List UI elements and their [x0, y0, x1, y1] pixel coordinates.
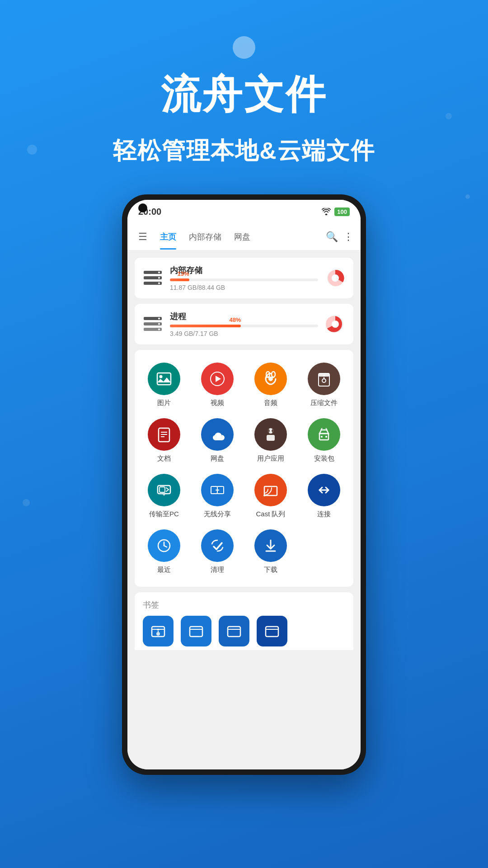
battery-icon: 100 — [334, 208, 350, 216]
cast-icon-circle — [254, 474, 287, 506]
internal-storage-info: 内部存储 13% 11.87 GB/88.44 GB — [170, 265, 318, 291]
connect-label: 连接 — [317, 510, 331, 519]
transfer-pc-icon-circle — [148, 474, 180, 506]
pictures-icon-circle — [148, 363, 180, 395]
process-bar: 48% — [170, 325, 241, 327]
internal-storage-card[interactable]: 内部存储 13% 11.87 GB/88.44 GB — [135, 258, 353, 298]
svg-point-11 — [158, 318, 160, 320]
cast-label: Cast 队列 — [256, 510, 285, 519]
process-bar-wrapper: 48% — [170, 325, 318, 327]
apk-icon-circle — [308, 418, 340, 451]
bookmark-item-3[interactable] — [219, 616, 249, 646]
svg-point-22 — [272, 372, 275, 377]
svg-point-15 — [332, 321, 339, 328]
svg-point-51 — [216, 489, 218, 491]
bg-dot-bottomleft — [23, 499, 30, 506]
process-name: 进程 — [170, 311, 318, 322]
connect-icon-circle — [308, 474, 340, 506]
download-label: 下载 — [264, 566, 277, 574]
apps-label: 用户应用 — [257, 454, 284, 463]
icon-audio[interactable]: 音频 — [246, 359, 296, 411]
icon-connect[interactable]: 连接 — [299, 470, 349, 522]
archive-label: 压缩文件 — [310, 399, 338, 407]
more-icon[interactable]: ⋮ — [343, 231, 353, 243]
icon-apk[interactable]: 安装包 — [299, 415, 349, 467]
bookmark-item-1[interactable] — [143, 616, 174, 646]
icon-clean[interactable]: 清理 — [192, 526, 242, 578]
tab-bar: ☰ 主页 内部存储 网盘 🔍 ⋮ — [127, 223, 361, 250]
tab-home[interactable]: 主页 — [155, 228, 182, 246]
icons-section: 图片 视频 — [135, 350, 353, 587]
tab-internal-storage[interactable]: 内部存储 — [183, 228, 227, 246]
bookmark-row — [143, 616, 345, 646]
video-icon-circle — [201, 363, 234, 395]
process-card[interactable]: 进程 48% 3.49 GB/7.17 GB — [135, 304, 353, 344]
archive-icon-circle — [308, 363, 340, 395]
icon-cloud[interactable]: 网盘 — [192, 415, 242, 467]
internal-storage-percent: 13% — [178, 270, 189, 277]
cloud-icon-circle — [201, 418, 234, 451]
recent-icon-circle — [148, 529, 180, 562]
phone-frame: 20:00 100 ☰ 主页 内部存储 — [122, 194, 366, 775]
svg-rect-64 — [228, 627, 240, 637]
svg-point-12 — [158, 323, 160, 325]
svg-point-41 — [325, 436, 327, 438]
tab-cloud[interactable]: 网盘 — [229, 228, 256, 246]
svg-rect-47 — [160, 487, 165, 492]
svg-line-56 — [164, 546, 167, 547]
audio-icon-circle — [254, 363, 287, 395]
icon-apps[interactable]: 用户应用 — [246, 415, 296, 467]
header-section: 流舟文件 轻松管理本地&云端文件 — [0, 0, 488, 167]
apk-label: 安装包 — [314, 454, 334, 463]
bookmark-item-2[interactable] — [181, 616, 211, 646]
internal-storage-icon — [143, 268, 163, 288]
bookmarks-label: 书签 — [143, 599, 345, 610]
bg-dot-midright — [465, 194, 470, 199]
search-icon[interactable]: 🔍 — [326, 231, 338, 243]
process-percent: 48% — [229, 316, 241, 323]
svg-point-26 — [322, 379, 326, 382]
clean-icon-circle — [201, 529, 234, 562]
status-bar: 20:00 100 — [127, 200, 361, 223]
status-icons: 100 — [322, 208, 350, 216]
icon-pictures[interactable]: 图片 — [139, 359, 189, 411]
icon-download[interactable]: 下载 — [246, 526, 296, 578]
icon-wireless[interactable]: 无线分享 — [192, 470, 242, 522]
phone-mockup: 20:00 100 ☰ 主页 内部存储 — [122, 194, 366, 775]
internal-storage-name: 内部存储 — [170, 265, 318, 276]
phone-screen: 20:00 100 ☰ 主页 内部存储 — [127, 200, 361, 769]
wireless-label: 无线分享 — [204, 510, 231, 519]
icon-archive[interactable]: 压缩文件 — [299, 359, 349, 411]
icon-transfer-pc[interactable]: 传输至PC — [139, 470, 189, 522]
icons-grid: 图片 视频 — [139, 359, 349, 578]
internal-storage-chart — [325, 268, 345, 288]
svg-rect-34 — [267, 435, 275, 441]
bookmark-item-4[interactable] — [257, 616, 287, 646]
pictures-label: 图片 — [157, 399, 171, 407]
process-icon — [143, 314, 163, 334]
icon-docs[interactable]: 文档 — [139, 415, 189, 467]
svg-rect-65 — [266, 627, 278, 637]
icon-video[interactable]: 视频 — [192, 359, 242, 411]
bookmarks-section: 书签 — [135, 592, 353, 650]
main-content: 内部存储 13% 11.87 GB/88.44 GB — [127, 250, 361, 769]
svg-point-17 — [160, 375, 163, 378]
process-info: 进程 48% 3.49 GB/7.17 GB — [170, 311, 318, 337]
icon-cast[interactable]: Cast 队列 — [246, 470, 296, 522]
cloud-label: 网盘 — [211, 454, 224, 463]
svg-point-5 — [158, 283, 160, 284]
svg-point-53 — [263, 495, 265, 496]
svg-point-60 — [156, 632, 160, 636]
svg-marker-19 — [216, 376, 221, 382]
tabs-container: 主页 内部存储 网盘 — [155, 228, 326, 246]
process-chart — [325, 314, 345, 334]
svg-point-3 — [158, 272, 160, 274]
audio-label: 音频 — [264, 399, 277, 407]
svg-point-13 — [158, 329, 160, 330]
app-subtitle: 轻松管理本地&云端文件 — [0, 135, 488, 167]
recent-label: 最近 — [157, 566, 171, 574]
icon-recent[interactable]: 最近 — [139, 526, 189, 578]
download-icon-circle — [254, 529, 287, 562]
menu-icon[interactable]: ☰ — [135, 227, 151, 246]
app-title: 流舟文件 — [0, 68, 488, 122]
